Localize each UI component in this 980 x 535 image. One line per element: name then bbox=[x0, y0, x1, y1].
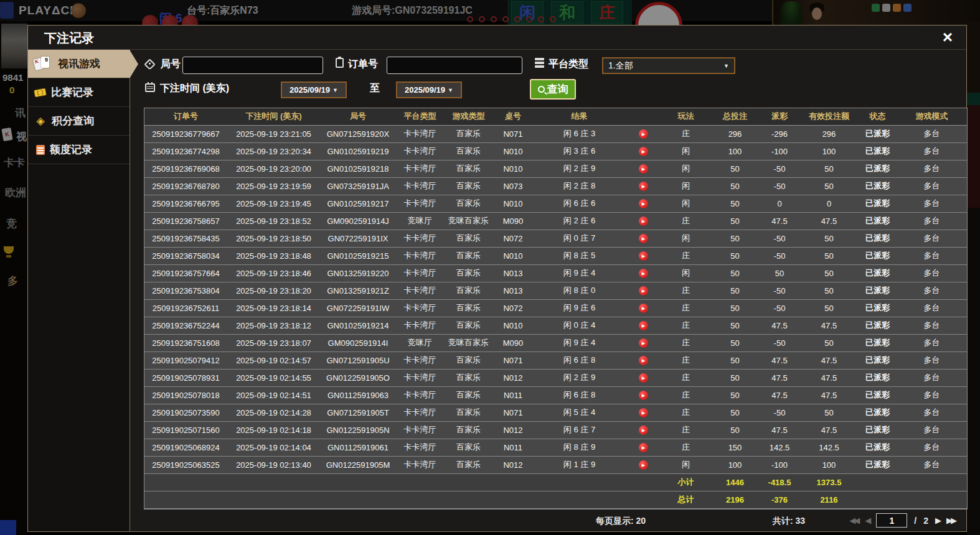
order-cell: 250919236757664 bbox=[144, 264, 227, 282]
result-cell: 闲 2 庄 6 bbox=[533, 212, 626, 230]
table-row: 2509192367586572025-09-19 23:18:52GM0902… bbox=[144, 212, 967, 230]
platform-select[interactable]: 1.全部 ▼ bbox=[602, 57, 735, 74]
first-page-icon[interactable]: ◀◀ bbox=[849, 516, 858, 525]
time-cell: 2025-09-19 02:14:57 bbox=[227, 351, 320, 369]
game-type-cell: 百家乐 bbox=[444, 247, 493, 264]
order-cell: 250919236758435 bbox=[144, 230, 227, 247]
next-page-icon[interactable]: ▶ bbox=[935, 516, 940, 525]
footer-spacer bbox=[897, 491, 967, 508]
table-row: 2509190250715602025-09-19 02:14:18GN0122… bbox=[144, 421, 967, 439]
round-cell: GN0712591905T bbox=[320, 404, 396, 421]
date-from-value: 2025/09/19 bbox=[290, 85, 330, 95]
round-cell: GN0122591905M bbox=[320, 456, 396, 473]
footer-label: 总计 bbox=[661, 491, 710, 508]
play-video-button[interactable]: ▶ bbox=[639, 443, 648, 452]
prev-page-icon[interactable]: ◀ bbox=[865, 516, 869, 525]
valid-bet-cell: 50 bbox=[799, 230, 859, 247]
status-cell: 已派彩 bbox=[859, 317, 897, 334]
round-cell: GN01025919219 bbox=[320, 142, 396, 160]
nav-item-quota-records[interactable]: 额度记录 bbox=[28, 136, 130, 164]
platform-cell: 卡卡湾厅 bbox=[396, 247, 444, 264]
platform-cell: 竞咪厅 bbox=[396, 212, 444, 230]
valid-bet-cell: 50 bbox=[799, 299, 859, 317]
footer-spacer bbox=[859, 473, 897, 491]
table-row: 2509192367584352025-09-19 23:18:50GN0722… bbox=[144, 230, 967, 247]
play-video-button[interactable]: ▶ bbox=[639, 216, 648, 226]
game-mode-cell: 多台 bbox=[897, 230, 967, 247]
nav-item-points-query[interactable]: ◈ 积分查询 bbox=[28, 107, 130, 136]
game-type-cell: 百家乐 bbox=[444, 317, 493, 334]
platform-cell: 卡卡湾厅 bbox=[396, 282, 444, 299]
date-to-picker[interactable]: 2025/09/19 ▼ bbox=[396, 81, 462, 98]
bet-type-cell: 庄 bbox=[661, 212, 710, 230]
play-video-button[interactable]: ▶ bbox=[639, 199, 648, 208]
play-video-button[interactable]: ▶ bbox=[639, 338, 648, 348]
table-no-cell: N011 bbox=[493, 439, 533, 456]
play-video-button[interactable]: ▶ bbox=[639, 269, 648, 278]
play-video-button[interactable]: ▶ bbox=[639, 234, 648, 243]
order-cell: 250919025071560 bbox=[144, 421, 227, 439]
query-button[interactable]: 查询 bbox=[530, 79, 576, 100]
game-mode-cell: 多台 bbox=[897, 160, 967, 177]
ticket-icon bbox=[34, 88, 47, 97]
query-button-label: 查询 bbox=[547, 82, 568, 96]
play-video-button[interactable]: ▶ bbox=[639, 286, 648, 295]
order-cell: 250919025078931 bbox=[144, 369, 227, 386]
table-no-cell: N010 bbox=[493, 142, 533, 160]
play-cell: ▶ bbox=[626, 282, 661, 299]
play-video-button[interactable]: ▶ bbox=[639, 129, 648, 139]
bet-type-cell: 闲 bbox=[661, 456, 710, 473]
play-video-button[interactable]: ▶ bbox=[639, 373, 648, 383]
platform-cell: 卡卡湾厅 bbox=[396, 421, 444, 439]
result-cell: 闲 3 庄 6 bbox=[533, 142, 626, 160]
round-input[interactable] bbox=[182, 57, 323, 74]
game-mode-cell: 多台 bbox=[897, 264, 967, 282]
round-cell: GN0122591905N bbox=[320, 421, 396, 439]
order-input[interactable] bbox=[387, 57, 522, 74]
bet-type-cell: 庄 bbox=[661, 386, 710, 404]
time-cell: 2025-09-19 23:18:52 bbox=[227, 212, 320, 230]
play-cell: ▶ bbox=[626, 230, 661, 247]
play-video-button[interactable]: ▶ bbox=[639, 460, 648, 470]
play-video-button[interactable]: ▶ bbox=[639, 321, 648, 330]
game-type-cell: 百家乐 bbox=[444, 456, 493, 473]
records-table: 订单号下注时间 (美东)局号平台类型游戏类型桌号结果玩法总投注派彩有效投注额状态… bbox=[144, 108, 968, 509]
game-type-cell: 百家乐 bbox=[444, 195, 493, 212]
subtotal-row: 小计1446-418.51373.5 bbox=[144, 473, 967, 491]
total-bet-cell: 50 bbox=[710, 386, 760, 404]
play-video-button[interactable]: ▶ bbox=[639, 391, 648, 400]
nav-item-video-games[interactable]: K9 视讯游戏 bbox=[28, 50, 130, 78]
time-cell: 2025-09-19 23:21:05 bbox=[227, 125, 320, 142]
payout-cell: -50 bbox=[760, 177, 799, 195]
table-row: 2509192367796672025-09-19 23:21:05GN0712… bbox=[144, 125, 967, 142]
play-cell: ▶ bbox=[626, 317, 661, 334]
table-row: 2509192367667952025-09-19 23:19:45GN0102… bbox=[144, 195, 967, 212]
valid-bet-cell: 47.5 bbox=[799, 369, 859, 386]
status-cell: 已派彩 bbox=[859, 351, 897, 369]
game-mode-cell: 多台 bbox=[897, 299, 967, 317]
play-video-button[interactable]: ▶ bbox=[639, 164, 648, 174]
close-icon[interactable]: × bbox=[943, 27, 953, 48]
play-video-button[interactable]: ▶ bbox=[639, 304, 648, 313]
date-from-picker[interactable]: 2025/09/19 ▼ bbox=[281, 81, 347, 98]
play-video-button[interactable]: ▶ bbox=[639, 356, 648, 365]
play-video-button[interactable]: ▶ bbox=[639, 251, 648, 261]
play-video-button[interactable]: ▶ bbox=[639, 182, 648, 191]
platform-cell: 卡卡湾厅 bbox=[396, 160, 444, 177]
last-page-icon[interactable]: ▶▶ bbox=[946, 516, 955, 525]
play-video-button[interactable]: ▶ bbox=[639, 426, 648, 435]
current-page-input[interactable]: 1 bbox=[876, 513, 907, 528]
records-tbody: 2509192367796672025-09-19 23:21:05GN0712… bbox=[144, 125, 967, 473]
play-video-button[interactable]: ▶ bbox=[639, 408, 648, 417]
round-cell: GN072259191IX bbox=[320, 230, 396, 247]
total-bet-cell: 50 bbox=[710, 404, 760, 421]
platform-cell: 卡卡湾厅 bbox=[396, 177, 444, 195]
time-cell: 2025-09-19 02:14:55 bbox=[227, 369, 320, 386]
play-video-button[interactable]: ▶ bbox=[639, 147, 648, 156]
game-mode-cell: 多台 bbox=[897, 351, 967, 369]
nav-item-match-records[interactable]: 比赛记录 bbox=[28, 78, 130, 107]
column-header: 状态 bbox=[859, 108, 897, 125]
valid-bet-cell: 50 bbox=[799, 264, 859, 282]
game-type-cell: 百家乐 bbox=[444, 351, 493, 369]
valid-bet-cell: 50 bbox=[799, 334, 859, 351]
